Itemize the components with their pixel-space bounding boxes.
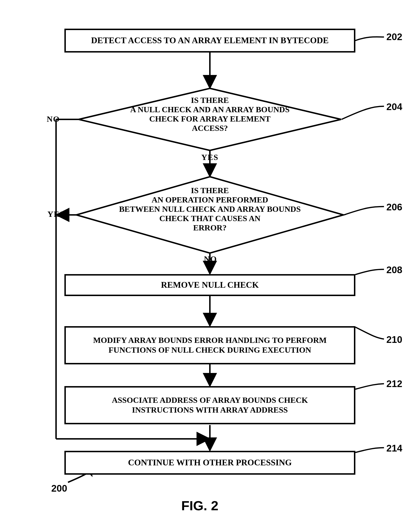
- decision-204-text: IS THERE A NULL CHECK AND AN ARRAY BOUND…: [130, 96, 290, 132]
- step-modify-error-handling: MODIFY ARRAY BOUNDS ERROR HANDLING TO PE…: [64, 326, 355, 364]
- branch-label-206-yes: YES: [47, 210, 65, 219]
- ref-206: 206: [386, 202, 402, 212]
- step-210-text: MODIFY ARRAY BOUNDS ERROR HANDLING TO PE…: [73, 335, 347, 355]
- branch-label-204-yes: YES: [201, 153, 218, 162]
- ref-212: 212: [386, 378, 402, 389]
- step-detect-access-text: DETECT ACCESS TO AN ARRAY ELEMENT IN BYT…: [91, 35, 329, 46]
- step-214-text: CONTINUE WITH OTHER PROCESSING: [128, 458, 292, 468]
- branch-label-204-no: NO: [47, 115, 60, 124]
- step-208-text: REMOVE NULL CHECK: [161, 280, 259, 290]
- decision-206-text: IS THERE AN OPERATION PERFORMED BETWEEN …: [119, 186, 301, 232]
- step-associate-address: ASSOCIATE ADDRESS OF ARRAY BOUNDS CHECK …: [64, 386, 355, 424]
- decision-op-between-checks: IS THERE AN OPERATION PERFORMED BETWEEN …: [106, 186, 314, 232]
- ref-214: 214: [386, 443, 402, 454]
- step-continue-processing: CONTINUE WITH OTHER PROCESSING: [64, 451, 355, 475]
- ref-202: 202: [386, 31, 402, 42]
- ref-210: 210: [386, 334, 402, 345]
- ref-204: 204: [386, 101, 402, 112]
- step-detect-access: DETECT ACCESS TO AN ARRAY ELEMENT IN BYT…: [64, 29, 355, 53]
- ref-200: 200: [51, 483, 67, 494]
- step-remove-null-check: REMOVE NULL CHECK: [64, 274, 355, 296]
- step-212-text: ASSOCIATE ADDRESS OF ARRAY BOUNDS CHECK …: [80, 395, 340, 415]
- branch-label-206-no: NO: [204, 255, 217, 264]
- ref-208: 208: [386, 264, 402, 275]
- decision-null-and-bounds-check: IS THERE A NULL CHECK AND AN ARRAY BOUND…: [114, 95, 305, 133]
- figure-caption: FIG. 2: [181, 498, 218, 513]
